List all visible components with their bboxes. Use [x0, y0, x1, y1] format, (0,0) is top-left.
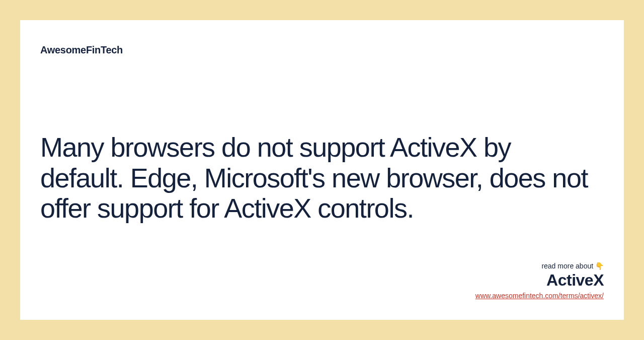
term-link[interactable]: www.awesomefintech.com/terms/activex/ [475, 292, 604, 300]
content-card: AwesomeFinTech Many browsers do not supp… [20, 20, 624, 320]
quote-text: Many browsers do not support ActiveX by … [40, 132, 594, 223]
term-name: ActiveX [475, 271, 604, 290]
read-more-label: read more about 👇 [475, 262, 604, 270]
footer-section: read more about 👇 ActiveX www.awesomefin… [475, 262, 604, 300]
brand-title: AwesomeFinTech [40, 44, 604, 56]
